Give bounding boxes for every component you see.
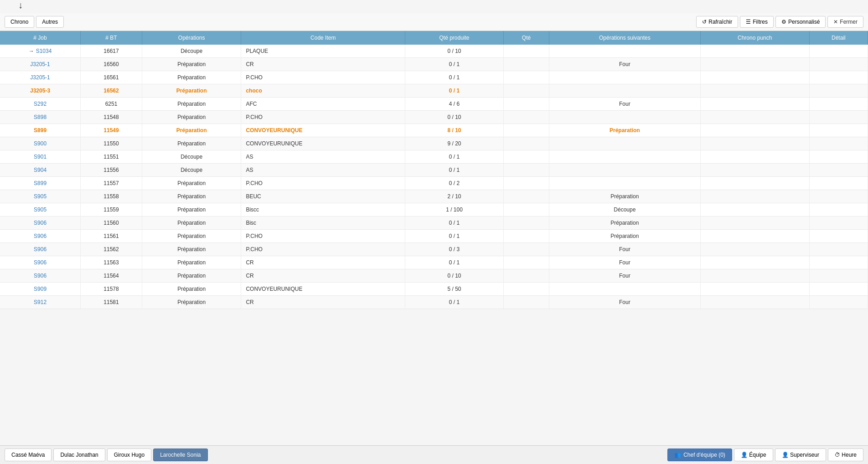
job-cell: S906	[0, 256, 81, 269]
table-row: S90611560PréparationBisc0 / 1Préparation	[0, 217, 868, 230]
job-cell: S899	[0, 177, 81, 190]
autres-button[interactable]: Autres	[36, 16, 64, 28]
table-row: →S103416617DécoupePLAQUE0 / 10	[0, 45, 868, 58]
job-link[interactable]: S906	[34, 233, 46, 239]
qte-produite-cell: 0 / 10	[405, 269, 504, 283]
qte-produite-cell: 0 / 10	[405, 45, 504, 58]
chrono-punch-cell	[700, 243, 809, 256]
job-link[interactable]: S905	[34, 206, 46, 213]
detail-cell	[809, 58, 868, 71]
job-link[interactable]: S900	[34, 140, 46, 147]
col-op-suivantes: Opérations suivantes	[549, 31, 701, 45]
job-link[interactable]: S906	[34, 259, 46, 266]
detail-cell	[809, 243, 868, 256]
job-cell: S904	[0, 164, 81, 177]
qte-cell	[503, 98, 549, 111]
op-suivantes-cell	[549, 45, 701, 58]
qte-cell	[503, 269, 549, 283]
job-link[interactable]: S898	[34, 114, 46, 120]
col-bt: # BT	[81, 31, 142, 45]
detail-cell	[809, 84, 868, 98]
bt-cell: 11558	[81, 190, 142, 203]
qte-cell	[503, 217, 549, 230]
detail-cell	[809, 124, 868, 137]
refresh-icon: ↺	[702, 19, 707, 25]
qte-produite-cell: 0 / 1	[405, 164, 504, 177]
op-suivantes-cell: Préparation	[549, 190, 701, 203]
qte-cell	[503, 203, 549, 217]
qte-produite-cell: 5 / 50	[405, 283, 504, 296]
chrono-punch-cell	[700, 45, 809, 58]
job-link[interactable]: S906	[34, 220, 46, 226]
qte-produite-cell: 0 / 1	[405, 150, 504, 164]
qte-cell	[503, 124, 549, 137]
job-cell: S900	[0, 137, 81, 150]
job-link[interactable]: J3205-1	[30, 61, 50, 67]
settings-icon: ⚙	[781, 19, 786, 25]
job-link[interactable]: S905	[34, 193, 46, 200]
qte-cell	[503, 190, 549, 203]
qte-cell	[503, 283, 549, 296]
qte-cell	[503, 177, 549, 190]
job-link[interactable]: S912	[34, 299, 46, 305]
job-link[interactable]: S906	[34, 246, 46, 253]
job-cell: →S1034	[0, 45, 81, 58]
bt-cell: 11557	[81, 177, 142, 190]
job-link[interactable]: S1034	[36, 48, 52, 54]
detail-cell	[809, 190, 868, 203]
table-row: J3205-116561PréparationP.CHO0 / 1	[0, 71, 868, 84]
job-link[interactable]: S899	[34, 127, 46, 134]
toolbar-right: ↺ Rafraîchir ☰ Filtres ⚙ Personnalisé ✕ …	[696, 16, 863, 28]
col-qte: Qté	[503, 31, 549, 45]
job-cell: S906	[0, 243, 81, 256]
job-cell: S905	[0, 203, 81, 217]
qte-produite-cell: 0 / 2	[405, 177, 504, 190]
operation-cell: Préparation	[142, 98, 241, 111]
table-row: S90611561PréparationP.CHO0 / 1Préparatio…	[0, 230, 868, 243]
operation-cell: Préparation	[142, 243, 241, 256]
job-cell: S905	[0, 190, 81, 203]
table-header-row: # Job # BT Opérations Code Item Qté prod…	[0, 31, 868, 45]
job-link[interactable]: S292	[34, 101, 46, 107]
qte-produite-cell: 8 / 10	[405, 124, 504, 137]
qte-cell	[503, 84, 549, 98]
table-row: S91211581PréparationCR0 / 1Four	[0, 296, 868, 309]
operation-cell: Découpe	[142, 164, 241, 177]
code-cell: CR	[241, 256, 405, 269]
operation-cell: Préparation	[142, 230, 241, 243]
job-link[interactable]: S899	[34, 180, 46, 186]
chrono-button[interactable]: Chrono	[5, 16, 34, 28]
filtres-button[interactable]: ☰ Filtres	[740, 16, 774, 28]
job-link[interactable]: J3205-1	[30, 74, 50, 81]
chrono-punch-cell	[700, 256, 809, 269]
job-link[interactable]: S909	[34, 286, 46, 292]
job-link[interactable]: S904	[34, 167, 46, 173]
code-cell: CONVOYEURUNIQUE	[241, 137, 405, 150]
col-detail: Détail	[809, 31, 868, 45]
detail-cell	[809, 283, 868, 296]
bt-cell: 16560	[81, 58, 142, 71]
fermer-button[interactable]: ✕ Fermer	[827, 16, 863, 28]
op-suivantes-cell	[549, 111, 701, 124]
chrono-punch-cell	[700, 84, 809, 98]
chrono-punch-cell	[700, 230, 809, 243]
job-link[interactable]: S901	[34, 154, 46, 160]
detail-cell	[809, 137, 868, 150]
qte-cell	[503, 137, 549, 150]
operation-cell: Préparation	[142, 296, 241, 309]
job-link[interactable]: S906	[34, 273, 46, 279]
job-link[interactable]: J3205-3	[30, 88, 50, 94]
op-suivantes-cell	[549, 177, 701, 190]
operation-cell: Découpe	[142, 45, 241, 58]
rafraichir-button[interactable]: ↺ Rafraîchir	[696, 16, 738, 28]
operation-cell: Préparation	[142, 256, 241, 269]
personnalise-button[interactable]: ⚙ Personnalisé	[775, 16, 826, 28]
code-cell: Biscc	[241, 203, 405, 217]
code-cell: CR	[241, 58, 405, 71]
toolbar-left: Chrono Autres	[5, 16, 64, 28]
job-cell: J3205-3	[0, 84, 81, 98]
bt-cell: 11556	[81, 164, 142, 177]
qte-cell	[503, 256, 549, 269]
bt-cell: 16561	[81, 71, 142, 84]
chrono-punch-cell	[700, 296, 809, 309]
